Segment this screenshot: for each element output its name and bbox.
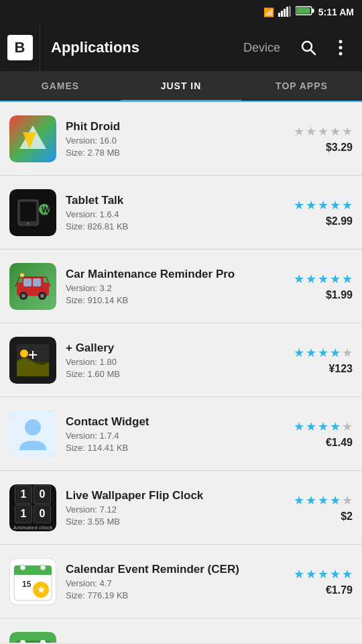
app-price: ¥123 xyxy=(328,363,353,375)
app-icon: 📱 W xyxy=(9,189,56,236)
app-rating-block: ★★★★★ $1.99 xyxy=(279,272,353,301)
signal-icon xyxy=(278,6,292,19)
logo-box: B xyxy=(7,35,33,60)
svg-rect-0 xyxy=(278,13,280,17)
nav-title-section: Applications xyxy=(40,39,230,56)
nav-actions xyxy=(294,33,362,62)
app-version: Version: 1.6.4 xyxy=(66,209,269,219)
app-rating-block: ★★★★★ €1.79 xyxy=(279,567,353,596)
svg-rect-24 xyxy=(33,278,41,286)
svg-point-17 xyxy=(27,222,29,225)
app-version: Version: 16.0 xyxy=(66,136,269,146)
app-icon: 1 0 1 0 Animated clock xyxy=(9,484,56,531)
app-name: Live Wallpaper Flip Clock xyxy=(66,489,269,502)
app-stars: ★★★★★ xyxy=(294,419,353,434)
app-size: Size: 910.14 KB xyxy=(66,295,269,305)
list-item[interactable]: 📱 W Tablet Talk Version: 1.6.4 Size: 826… xyxy=(0,176,362,250)
svg-rect-38 xyxy=(14,572,52,575)
list-item[interactable]: Car Maintenance Reminder Pro Version: 3.… xyxy=(0,250,362,323)
app-name: Calendar Event Reminder (CER) xyxy=(66,563,269,576)
status-bar: 📶 5:11 AM xyxy=(0,0,362,24)
svg-rect-45 xyxy=(14,641,52,643)
nav-device-label[interactable]: Device xyxy=(230,41,294,55)
app-rating-block: ★★★★★ $2.99 xyxy=(279,198,353,227)
svg-point-48 xyxy=(40,640,46,643)
app-info: Car Maintenance Reminder Pro Version: 3.… xyxy=(66,268,269,305)
svg-point-39 xyxy=(20,565,25,570)
app-stars: ★★★★★ xyxy=(294,345,353,360)
app-name: Phit Droid xyxy=(66,120,269,133)
svg-rect-23 xyxy=(23,278,32,286)
list-item[interactable]: Contact Widget Version: 1.7.4 Size: 114.… xyxy=(0,397,362,471)
app-icon xyxy=(9,115,56,162)
svg-point-12 xyxy=(339,52,343,56)
app-price: €1.49 xyxy=(326,437,353,449)
app-stars: ★★★★★ xyxy=(294,272,353,286)
app-info: Calendar Event Reminder (CER) Version: 4… xyxy=(66,563,269,600)
app-rating-block: ★★★★★ ¥123 xyxy=(279,345,353,375)
app-icon: 15 ★ xyxy=(9,558,56,605)
app-version: Version: 7.12 xyxy=(66,504,269,515)
app-info: Live Wallpaper Flip Clock Version: 7.12 … xyxy=(66,489,269,527)
more-menu-button[interactable] xyxy=(326,33,355,62)
svg-point-40 xyxy=(40,565,46,570)
app-list: Phit Droid Version: 16.0 Size: 2.78 MB ★… xyxy=(0,102,362,643)
app-name: Tablet Talk xyxy=(66,194,269,207)
app-size: Size: 776.19 KB xyxy=(66,590,269,600)
wifi-icon: 📶 xyxy=(263,7,274,17)
app-name: aCalendar+ Android Calendar xyxy=(66,643,269,643)
svg-point-10 xyxy=(339,40,343,44)
search-button[interactable] xyxy=(294,33,323,62)
app-rating-block: ★★★★★ $3.29 xyxy=(279,124,353,154)
svg-rect-6 xyxy=(312,9,314,13)
app-version: Version: 3.2 xyxy=(66,283,269,293)
app-icon: a+ A xyxy=(9,632,56,643)
app-icon xyxy=(9,337,56,384)
app-version: Version: 4.7 xyxy=(66,578,269,588)
svg-rect-7 xyxy=(296,8,310,14)
app-info: aCalendar+ Android Calendar Version: 0.1… xyxy=(66,643,269,643)
svg-line-9 xyxy=(311,50,316,55)
nav-title-text: Applications xyxy=(51,39,139,56)
svg-point-26 xyxy=(21,294,25,298)
app-info: Phit Droid Version: 16.0 Size: 2.78 MB xyxy=(66,120,269,158)
app-size: Size: 1.60 MB xyxy=(66,369,269,379)
svg-text:★: ★ xyxy=(37,584,46,595)
svg-point-32 xyxy=(20,350,28,358)
app-size: Size: 114.41 KB xyxy=(66,443,269,453)
svg-point-11 xyxy=(339,46,343,50)
tab-topapps[interactable]: TOP APPS xyxy=(241,71,362,101)
status-icons: 📶 5:11 AM xyxy=(263,6,354,19)
tab-justin[interactable]: JUST IN xyxy=(121,71,241,101)
list-item[interactable]: 15 ★ Calendar Event Reminder (CER) Versi… xyxy=(0,545,362,619)
app-icon xyxy=(9,263,56,310)
list-item[interactable]: a+ A aCalendar+ Android Calendar Version… xyxy=(0,619,362,643)
app-name: Contact Widget xyxy=(66,415,269,429)
app-price: €1.79 xyxy=(326,584,353,596)
svg-text:15: 15 xyxy=(22,580,32,589)
app-size: Size: 826.81 KB xyxy=(66,221,269,231)
svg-rect-1 xyxy=(281,11,283,17)
app-version: Version: 1.7.4 xyxy=(66,431,269,441)
app-info: Tablet Talk Version: 1.6.4 Size: 826.81 … xyxy=(66,194,269,231)
svg-rect-16 xyxy=(20,202,36,221)
svg-rect-3 xyxy=(286,7,288,17)
tab-games[interactable]: GAMES xyxy=(0,71,121,101)
list-item[interactable]: + Gallery Version: 1.80 Size: 1.60 MB ★★… xyxy=(0,323,362,397)
app-rating-block: ★★★★★ $2 xyxy=(279,493,353,523)
app-stars: ★★★★★ xyxy=(294,124,353,139)
svg-point-47 xyxy=(20,640,25,643)
app-stars: ★★★★★ xyxy=(294,493,353,508)
list-item[interactable]: Phit Droid Version: 16.0 Size: 2.78 MB ★… xyxy=(0,102,362,176)
app-rating-block: ★★★★★ €1.49 xyxy=(279,419,353,449)
app-price: $3.29 xyxy=(326,142,353,154)
svg-rect-4 xyxy=(289,6,291,17)
app-price: $2 xyxy=(341,511,353,523)
svg-point-35 xyxy=(25,419,41,435)
list-item[interactable]: 1 0 1 0 Animated clock Live Wallpaper Fl… xyxy=(0,471,362,545)
app-price: $2.99 xyxy=(326,215,353,227)
app-stars: ★★★★★ xyxy=(294,198,353,213)
app-info: Contact Widget Version: 1.7.4 Size: 114.… xyxy=(66,415,269,453)
battery-icon xyxy=(296,6,314,18)
svg-point-28 xyxy=(40,294,44,298)
